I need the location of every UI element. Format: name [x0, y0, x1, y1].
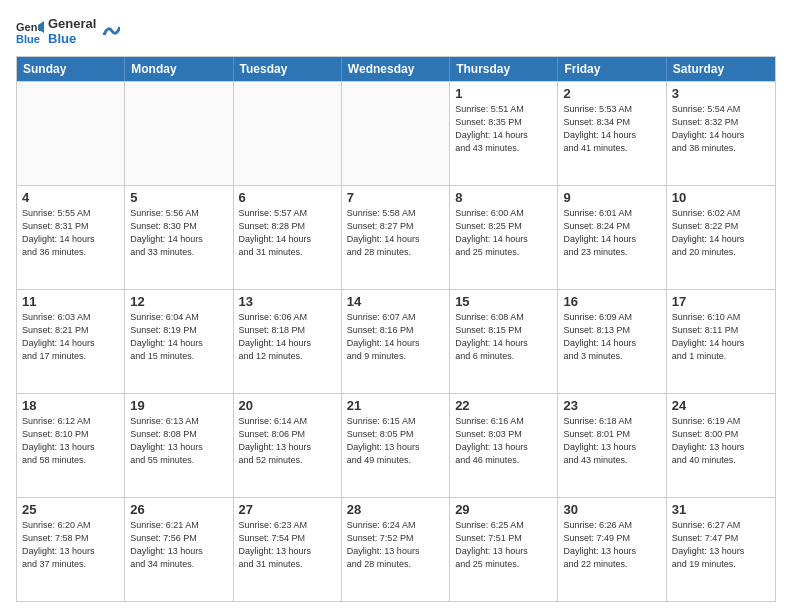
calendar-body: 1Sunrise: 5:51 AM Sunset: 8:35 PM Daylig… [17, 81, 775, 601]
day-info: Sunrise: 5:53 AM Sunset: 8:34 PM Dayligh… [563, 103, 660, 155]
day-info: Sunrise: 6:09 AM Sunset: 8:13 PM Dayligh… [563, 311, 660, 363]
logo-general: General [48, 16, 96, 31]
day-number: 4 [22, 190, 119, 205]
day-cell-13: 13Sunrise: 6:06 AM Sunset: 8:18 PM Dayli… [234, 290, 342, 393]
day-number: 17 [672, 294, 770, 309]
day-number: 19 [130, 398, 227, 413]
day-info: Sunrise: 6:13 AM Sunset: 8:08 PM Dayligh… [130, 415, 227, 467]
day-info: Sunrise: 5:51 AM Sunset: 8:35 PM Dayligh… [455, 103, 552, 155]
day-header-saturday: Saturday [667, 57, 775, 81]
day-cell-17: 17Sunrise: 6:10 AM Sunset: 8:11 PM Dayli… [667, 290, 775, 393]
day-cell-2: 2Sunrise: 5:53 AM Sunset: 8:34 PM Daylig… [558, 82, 666, 185]
day-cell-21: 21Sunrise: 6:15 AM Sunset: 8:05 PM Dayli… [342, 394, 450, 497]
day-cell-3: 3Sunrise: 5:54 AM Sunset: 8:32 PM Daylig… [667, 82, 775, 185]
day-header-sunday: Sunday [17, 57, 125, 81]
day-cell-11: 11Sunrise: 6:03 AM Sunset: 8:21 PM Dayli… [17, 290, 125, 393]
logo: General Blue General Blue [16, 16, 120, 46]
day-number: 20 [239, 398, 336, 413]
day-cell-1: 1Sunrise: 5:51 AM Sunset: 8:35 PM Daylig… [450, 82, 558, 185]
day-info: Sunrise: 6:01 AM Sunset: 8:24 PM Dayligh… [563, 207, 660, 259]
day-info: Sunrise: 6:06 AM Sunset: 8:18 PM Dayligh… [239, 311, 336, 363]
day-info: Sunrise: 5:54 AM Sunset: 8:32 PM Dayligh… [672, 103, 770, 155]
day-cell-27: 27Sunrise: 6:23 AM Sunset: 7:54 PM Dayli… [234, 498, 342, 601]
day-cell-9: 9Sunrise: 6:01 AM Sunset: 8:24 PM Daylig… [558, 186, 666, 289]
day-cell-12: 12Sunrise: 6:04 AM Sunset: 8:19 PM Dayli… [125, 290, 233, 393]
day-info: Sunrise: 6:27 AM Sunset: 7:47 PM Dayligh… [672, 519, 770, 571]
day-cell-26: 26Sunrise: 6:21 AM Sunset: 7:56 PM Dayli… [125, 498, 233, 601]
day-info: Sunrise: 6:00 AM Sunset: 8:25 PM Dayligh… [455, 207, 552, 259]
day-cell-14: 14Sunrise: 6:07 AM Sunset: 8:16 PM Dayli… [342, 290, 450, 393]
day-cell-15: 15Sunrise: 6:08 AM Sunset: 8:15 PM Dayli… [450, 290, 558, 393]
day-info: Sunrise: 6:15 AM Sunset: 8:05 PM Dayligh… [347, 415, 444, 467]
logo-wave-icon [102, 17, 120, 39]
day-number: 30 [563, 502, 660, 517]
calendar: SundayMondayTuesdayWednesdayThursdayFrid… [16, 56, 776, 602]
calendar-header: SundayMondayTuesdayWednesdayThursdayFrid… [17, 57, 775, 81]
day-number: 2 [563, 86, 660, 101]
day-number: 9 [563, 190, 660, 205]
day-info: Sunrise: 6:03 AM Sunset: 8:21 PM Dayligh… [22, 311, 119, 363]
day-cell-24: 24Sunrise: 6:19 AM Sunset: 8:00 PM Dayli… [667, 394, 775, 497]
day-info: Sunrise: 6:21 AM Sunset: 7:56 PM Dayligh… [130, 519, 227, 571]
day-cell-22: 22Sunrise: 6:16 AM Sunset: 8:03 PM Dayli… [450, 394, 558, 497]
empty-cell [125, 82, 233, 185]
day-number: 13 [239, 294, 336, 309]
day-cell-8: 8Sunrise: 6:00 AM Sunset: 8:25 PM Daylig… [450, 186, 558, 289]
day-info: Sunrise: 5:57 AM Sunset: 8:28 PM Dayligh… [239, 207, 336, 259]
day-cell-29: 29Sunrise: 6:25 AM Sunset: 7:51 PM Dayli… [450, 498, 558, 601]
day-info: Sunrise: 6:04 AM Sunset: 8:19 PM Dayligh… [130, 311, 227, 363]
day-header-monday: Monday [125, 57, 233, 81]
logo-blue: Blue [48, 31, 96, 46]
day-cell-23: 23Sunrise: 6:18 AM Sunset: 8:01 PM Dayli… [558, 394, 666, 497]
day-cell-19: 19Sunrise: 6:13 AM Sunset: 8:08 PM Dayli… [125, 394, 233, 497]
week-row-4: 18Sunrise: 6:12 AM Sunset: 8:10 PM Dayli… [17, 393, 775, 497]
day-header-wednesday: Wednesday [342, 57, 450, 81]
day-cell-28: 28Sunrise: 6:24 AM Sunset: 7:52 PM Dayli… [342, 498, 450, 601]
day-number: 7 [347, 190, 444, 205]
day-number: 1 [455, 86, 552, 101]
day-info: Sunrise: 6:14 AM Sunset: 8:06 PM Dayligh… [239, 415, 336, 467]
day-info: Sunrise: 6:26 AM Sunset: 7:49 PM Dayligh… [563, 519, 660, 571]
day-number: 8 [455, 190, 552, 205]
week-row-2: 4Sunrise: 5:55 AM Sunset: 8:31 PM Daylig… [17, 185, 775, 289]
day-number: 12 [130, 294, 227, 309]
day-number: 24 [672, 398, 770, 413]
day-info: Sunrise: 6:12 AM Sunset: 8:10 PM Dayligh… [22, 415, 119, 467]
day-number: 25 [22, 502, 119, 517]
logo-icon: General Blue [16, 17, 44, 45]
day-cell-6: 6Sunrise: 5:57 AM Sunset: 8:28 PM Daylig… [234, 186, 342, 289]
day-info: Sunrise: 6:10 AM Sunset: 8:11 PM Dayligh… [672, 311, 770, 363]
day-number: 5 [130, 190, 227, 205]
day-cell-18: 18Sunrise: 6:12 AM Sunset: 8:10 PM Dayli… [17, 394, 125, 497]
day-number: 14 [347, 294, 444, 309]
day-number: 22 [455, 398, 552, 413]
week-row-3: 11Sunrise: 6:03 AM Sunset: 8:21 PM Dayli… [17, 289, 775, 393]
day-cell-30: 30Sunrise: 6:26 AM Sunset: 7:49 PM Dayli… [558, 498, 666, 601]
week-row-5: 25Sunrise: 6:20 AM Sunset: 7:58 PM Dayli… [17, 497, 775, 601]
day-info: Sunrise: 6:20 AM Sunset: 7:58 PM Dayligh… [22, 519, 119, 571]
day-info: Sunrise: 6:23 AM Sunset: 7:54 PM Dayligh… [239, 519, 336, 571]
day-number: 29 [455, 502, 552, 517]
day-number: 15 [455, 294, 552, 309]
day-number: 21 [347, 398, 444, 413]
day-cell-31: 31Sunrise: 6:27 AM Sunset: 7:47 PM Dayli… [667, 498, 775, 601]
day-header-friday: Friday [558, 57, 666, 81]
day-cell-25: 25Sunrise: 6:20 AM Sunset: 7:58 PM Dayli… [17, 498, 125, 601]
day-info: Sunrise: 6:08 AM Sunset: 8:15 PM Dayligh… [455, 311, 552, 363]
day-info: Sunrise: 6:07 AM Sunset: 8:16 PM Dayligh… [347, 311, 444, 363]
empty-cell [342, 82, 450, 185]
empty-cell [234, 82, 342, 185]
day-number: 31 [672, 502, 770, 517]
day-number: 27 [239, 502, 336, 517]
day-header-tuesday: Tuesday [234, 57, 342, 81]
day-number: 28 [347, 502, 444, 517]
day-cell-7: 7Sunrise: 5:58 AM Sunset: 8:27 PM Daylig… [342, 186, 450, 289]
day-cell-5: 5Sunrise: 5:56 AM Sunset: 8:30 PM Daylig… [125, 186, 233, 289]
day-info: Sunrise: 6:25 AM Sunset: 7:51 PM Dayligh… [455, 519, 552, 571]
day-number: 6 [239, 190, 336, 205]
day-number: 3 [672, 86, 770, 101]
day-cell-4: 4Sunrise: 5:55 AM Sunset: 8:31 PM Daylig… [17, 186, 125, 289]
day-info: Sunrise: 6:02 AM Sunset: 8:22 PM Dayligh… [672, 207, 770, 259]
day-info: Sunrise: 6:24 AM Sunset: 7:52 PM Dayligh… [347, 519, 444, 571]
day-info: Sunrise: 5:55 AM Sunset: 8:31 PM Dayligh… [22, 207, 119, 259]
